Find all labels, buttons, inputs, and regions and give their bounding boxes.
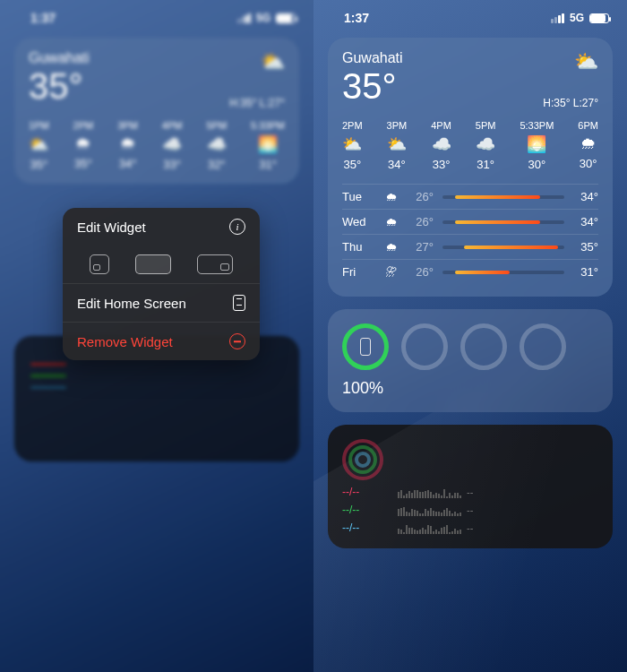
move-metric: --/--	[342, 486, 383, 498]
hour-cell: 3PM🌧34°	[117, 120, 138, 171]
fitness-widget[interactable]: --/-- --/-- --/-- -- -- --	[328, 425, 613, 548]
status-right: 5G	[551, 12, 609, 24]
hour-cell: 2PM🌧35°	[73, 120, 94, 171]
device-ring-3	[460, 323, 507, 370]
size-medium[interactable]	[135, 254, 171, 274]
device-ring-1	[342, 323, 389, 370]
status-bar: 1:37 5G	[314, 0, 627, 29]
network-label: 5G	[570, 12, 584, 24]
hour-cell: 5PM☁️32°	[206, 120, 227, 171]
weather-widget[interactable]: Guwahati 35° ⛅ H:35° L:27° 1PM⛅35°2PM🌧35…	[14, 38, 299, 184]
sparkline	[398, 486, 461, 498]
hour-cell: 4PM☁️33°	[162, 120, 183, 171]
edit-widget-item[interactable]: Edit Widget i	[63, 208, 260, 246]
device-ring-2	[401, 323, 448, 370]
phone-icon	[360, 338, 371, 356]
left-screenshot: 1:37 5G Guwahati 35° ⛅ H:35° L:27° 1PM⛅3…	[0, 0, 314, 672]
hi-lo: H:35° L:27°	[543, 97, 598, 109]
activity-rings-icon	[342, 439, 383, 480]
current-temp: 35°	[342, 68, 403, 104]
hour-cell: 3PM⛅34°	[387, 120, 408, 171]
status-bar: 1:37 5G	[0, 0, 314, 29]
current-temp: 35°	[29, 68, 90, 104]
right-screenshot: 1:37 5G Guwahati 35° ⛅ H:35° L:27° 2PM⛅3…	[314, 0, 627, 672]
daily-forecast: Tue🌧26°34°Wed🌧26°34°Thu🌧27°35°Fri⛈26°31°	[342, 184, 598, 284]
hour-cell: 5PM☁️31°	[476, 120, 496, 171]
battery-percent: 100%	[342, 379, 598, 398]
edit-home-item[interactable]: Edit Home Screen	[63, 284, 260, 322]
sparkline	[398, 521, 461, 534]
weather-widget-large[interactable]: Guwahati 35° ⛅ H:35° L:27° 2PM⛅35°3PM⛅34…	[328, 38, 613, 297]
day-row: Wed🌧26°34°	[342, 209, 598, 234]
hour-cell: 5:33PM🌅31°	[251, 120, 285, 171]
battery-icon	[589, 13, 609, 23]
condition-icon: ⛅	[229, 50, 285, 73]
city-label: Guwahati	[342, 50, 403, 66]
info-icon: i	[229, 219, 245, 235]
clock: 1:37	[30, 11, 56, 25]
city-label: Guwahati	[29, 50, 90, 66]
hourly-forecast: 2PM⛅35°3PM⛅34°4PM☁️33°5PM☁️31°5:33PM🌅30°…	[342, 120, 598, 171]
apps-icon	[233, 295, 245, 311]
exercise-metric: --/--	[342, 504, 383, 516]
condition-icon: ⛅	[543, 50, 598, 73]
size-small[interactable]	[90, 254, 109, 274]
stand-metric: --/--	[342, 521, 383, 534]
hi-lo: H:35° L:27°	[229, 97, 285, 109]
battery-widget[interactable]: 100%	[328, 309, 613, 412]
hour-cell: 1PM⛅35°	[29, 120, 49, 171]
widget-size-row	[63, 246, 260, 283]
hour-cell: 4PM☁️33°	[431, 120, 451, 171]
day-row: Fri⛈26°31°	[342, 259, 598, 284]
size-large[interactable]	[197, 254, 233, 274]
widget-context-menu: Edit Widget i Edit Home Screen Remove Wi…	[63, 208, 260, 360]
day-row: Tue🌧26°34°	[342, 184, 598, 209]
minus-icon	[229, 333, 245, 349]
signal-icon	[551, 13, 564, 23]
signal-icon	[237, 13, 251, 23]
hour-cell: 6PM🌧30°	[578, 120, 598, 171]
status-right: 5G	[237, 12, 296, 24]
battery-icon	[276, 13, 296, 23]
sparkline	[398, 504, 461, 516]
network-label: 5G	[256, 12, 271, 24]
hour-cell: 2PM⛅35°	[342, 120, 363, 171]
device-ring-4	[520, 323, 566, 370]
day-row: Thu🌧27°35°	[342, 234, 598, 259]
hour-cell: 5:33PM🌅30°	[520, 120, 554, 171]
remove-widget-item[interactable]: Remove Widget	[63, 323, 260, 360]
clock: 1:37	[344, 11, 369, 25]
hourly-forecast: 1PM⛅35°2PM🌧35°3PM🌧34°4PM☁️33°5PM☁️32°5:3…	[29, 120, 285, 171]
